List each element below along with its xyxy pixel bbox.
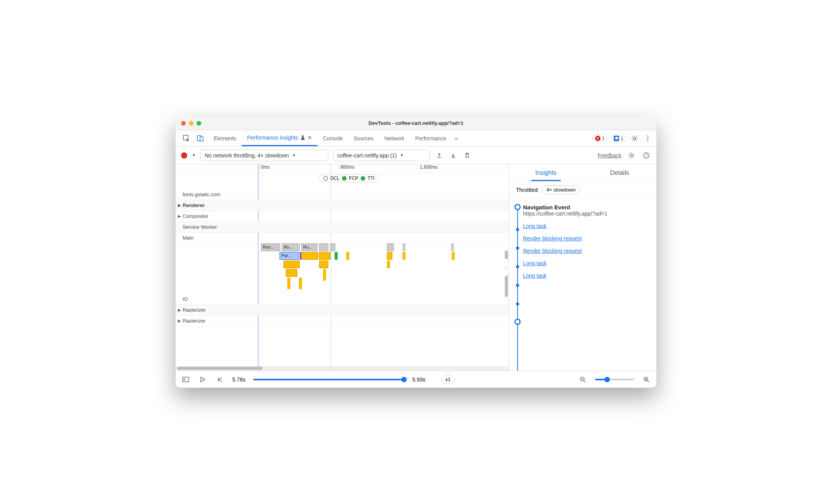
flame-segment[interactable] xyxy=(452,252,455,260)
upload-icon[interactable] xyxy=(435,151,444,160)
messages-count: 1 xyxy=(621,136,623,141)
flame-parse[interactable]: Par... xyxy=(280,252,299,260)
maximize-window-icon[interactable] xyxy=(197,121,201,126)
target-dropdown[interactable]: coffee-cart.netlify.app (1) ▼ xyxy=(333,150,430,161)
flame-task[interactable] xyxy=(451,243,454,251)
insights-tabs: Insights Details xyxy=(509,164,656,181)
devtools-window: DevTools - coffee-cart.netlify.app/?ad=1… xyxy=(176,116,656,388)
insight-link[interactable]: Long task xyxy=(523,273,650,279)
nav-event-title: Navigation Event xyxy=(523,204,650,211)
messages-badge[interactable]: 💬 1 xyxy=(611,135,626,142)
svg-point-6 xyxy=(647,140,648,141)
flame-segment[interactable] xyxy=(387,261,390,268)
flame-task[interactable]: Ru... xyxy=(301,243,318,251)
tti-label: TTI xyxy=(368,176,375,181)
trash-icon[interactable] xyxy=(463,151,472,160)
marker-pills[interactable]: DCL FCP TTI xyxy=(319,174,379,182)
throttle-row: Throttled: 4× slowdown xyxy=(509,181,656,198)
tab-insights[interactable]: Insights xyxy=(509,164,583,181)
insight-link[interactable]: Long task xyxy=(523,223,650,229)
tab-performance-insights[interactable]: Performance insights ✕ xyxy=(242,130,318,146)
inspect-icon[interactable] xyxy=(182,134,191,143)
help-icon[interactable]: ? xyxy=(642,151,651,160)
flame-segment[interactable] xyxy=(346,252,349,260)
horizontal-scrollbar[interactable] xyxy=(176,366,509,371)
minimize-window-icon[interactable] xyxy=(189,121,193,126)
fcp-label: FCP xyxy=(349,176,358,181)
insight-link[interactable]: Render blocking request xyxy=(523,248,650,254)
insight-link[interactable]: Long task xyxy=(523,260,650,266)
flame-task[interactable]: Run... xyxy=(261,243,280,251)
flame-segment[interactable] xyxy=(402,252,406,260)
svg-point-11 xyxy=(184,379,185,380)
flame-segment[interactable] xyxy=(319,261,328,268)
flame-task[interactable] xyxy=(402,243,406,251)
feedback-link[interactable]: Feedback xyxy=(598,152,621,159)
tabbar-right: ✕ 1 💬 1 xyxy=(592,130,652,146)
flame-segment[interactable] xyxy=(283,261,300,268)
zoom-in-icon[interactable] xyxy=(642,375,651,384)
ruler-tick-0: 0ms xyxy=(259,164,270,170)
playback-slider[interactable] xyxy=(253,379,404,380)
settings-gear-icon[interactable] xyxy=(630,134,639,143)
errors-badge[interactable]: ✕ 1 xyxy=(592,135,608,142)
time-start: 5.76s xyxy=(232,376,245,383)
throttled-pill[interactable]: 4× slowdown xyxy=(542,185,580,194)
ruler-tick-1: 800ms xyxy=(338,164,354,170)
tab-elements[interactable]: Elements xyxy=(208,130,242,146)
zoom-out-icon[interactable] xyxy=(578,375,587,384)
kebab-menu-icon[interactable] xyxy=(643,134,652,143)
flame-segment[interactable] xyxy=(335,252,338,260)
flame-segment[interactable] xyxy=(387,252,392,260)
tab-console[interactable]: Console xyxy=(318,130,348,146)
toolbar-right: Feedback ? xyxy=(598,151,651,160)
footer: 5.76s 5.93s x1 xyxy=(176,371,656,388)
zoom-slider[interactable] xyxy=(595,379,634,380)
tab-details[interactable]: Details xyxy=(583,164,656,181)
play-icon[interactable] xyxy=(198,375,207,384)
flame-task[interactable] xyxy=(319,243,328,251)
time-end: 5.93s xyxy=(412,376,425,383)
throttle-dropdown[interactable]: No network throttling, 4× slowdown ▼ xyxy=(200,150,328,161)
ruler-tick-2: 1,600ms xyxy=(418,164,438,170)
tab-performance[interactable]: Performance xyxy=(410,130,452,146)
flame-segment[interactable] xyxy=(286,269,297,277)
flame-area[interactable]: Run... Ru... Ru... Par... xyxy=(257,181,509,366)
flame-task[interactable]: Ru... xyxy=(282,243,300,251)
fcp-marker-icon xyxy=(342,176,347,181)
toolbar: ▼ No network throttling, 4× slowdown ▼ c… xyxy=(176,147,656,164)
tabbar-left xyxy=(179,130,208,146)
tti-marker-icon xyxy=(361,176,365,181)
close-window-icon[interactable] xyxy=(181,121,186,126)
tab-sources[interactable]: Sources xyxy=(348,130,379,146)
speed-pill[interactable]: x1 xyxy=(441,375,455,384)
flame-task[interactable] xyxy=(330,243,335,251)
flame-segment[interactable] xyxy=(319,252,331,260)
panel-gear-icon[interactable] xyxy=(627,151,636,160)
time-ruler[interactable]: 0ms 800ms 1,600ms xyxy=(176,164,509,173)
flame-segment[interactable] xyxy=(299,278,302,289)
screenshot-toggle-icon[interactable] xyxy=(181,375,190,384)
dcl-marker-icon xyxy=(323,176,328,181)
flame-task[interactable] xyxy=(387,243,394,251)
tabs: Elements Performance insights ✕ Console … xyxy=(208,130,461,146)
flame-segment[interactable] xyxy=(287,278,290,289)
expand-panel-icon[interactable]: › xyxy=(504,258,509,277)
window-title: DevTools - coffee-cart.netlify.app/?ad=1 xyxy=(369,120,464,126)
svg-rect-2 xyxy=(200,137,203,141)
tab-overflow[interactable]: » xyxy=(452,130,461,146)
chevron-down-icon: ▼ xyxy=(292,153,296,157)
flame-segment[interactable] xyxy=(323,269,326,281)
record-button[interactable] xyxy=(181,152,187,159)
tab-network[interactable]: Network xyxy=(379,130,410,146)
download-icon[interactable] xyxy=(449,151,458,160)
device-toggle-icon[interactable] xyxy=(196,134,205,143)
traffic-lights xyxy=(181,121,201,126)
throttled-label: Throttled: xyxy=(516,187,539,193)
rewind-icon[interactable] xyxy=(215,375,224,384)
close-tab-icon[interactable]: ✕ xyxy=(307,135,312,141)
main: 0ms 800ms 1,600ms DCL FCP TTI fonts.gsta… xyxy=(176,164,656,371)
record-options-icon[interactable]: ▼ xyxy=(192,153,196,157)
flame-segment[interactable] xyxy=(301,252,318,260)
insight-link[interactable]: Render blocking request xyxy=(523,235,650,242)
